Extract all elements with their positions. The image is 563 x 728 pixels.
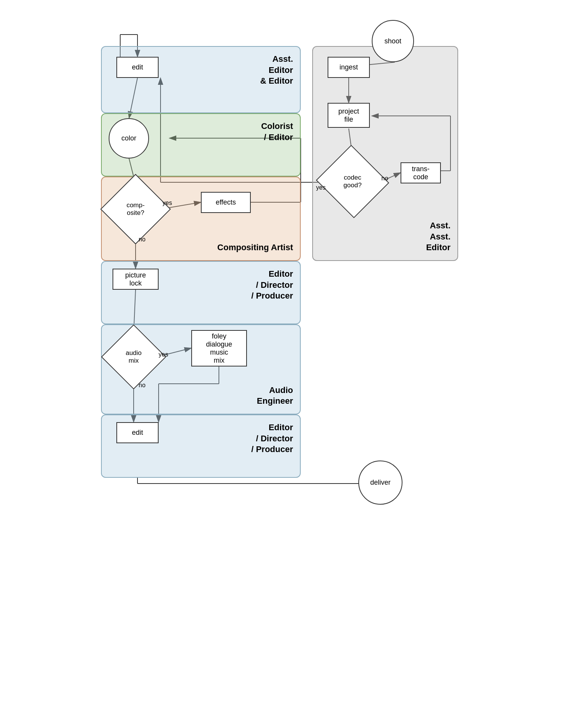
swimlane-asst-editor: Asst. Editor & Editor [101,46,301,113]
node-shoot-label: shoot [384,37,401,45]
node-project-file: project file [328,103,370,128]
label-composite-yes: yes [162,200,172,206]
swimlane-colorist-label: Colorist / Editor [261,121,293,143]
node-color: color [109,118,149,158]
label-audiomix-no: no [139,382,146,389]
node-edit2-label: edit [132,429,143,437]
node-transcode-label: trans- code [412,165,429,181]
node-deliver: deliver [358,461,402,505]
node-ingest: ingest [328,57,370,78]
swimlane-asst-editor-label: Asst. Editor & Editor [260,54,293,87]
node-audio-mix: audio mix [111,334,157,380]
node-ingest-label: ingest [339,63,358,71]
node-foley-label: foley dialogue music mix [206,332,232,365]
node-transcode: trans- code [401,162,441,183]
diagram: Asst. Editor & Editor Colorist / Editor … [97,15,466,706]
swimlane-audio-engineer-label: Audio Engineer [257,385,293,407]
label-audiomix-yes: yes [159,351,168,358]
swimlane-asst-asst-editor-label: Asst. Asst. Editor [426,220,450,253]
node-effects: effects [201,192,251,213]
label-composite-no: no [139,236,146,243]
node-project-file-label: project file [338,107,359,124]
node-deliver-label: deliver [370,479,391,487]
node-codec-label: codec good? [343,174,361,190]
node-composite: comp- osite? [111,184,161,234]
swimlane-editor-director-2-label: Editor / Director / Producer [251,422,293,455]
node-codec: codec good? [326,157,379,206]
node-shoot: shoot [372,20,414,62]
node-edit2: edit [116,422,159,443]
swimlane-asst-asst-editor: Asst. Asst. Editor [312,46,458,261]
node-edit1-label: edit [132,63,143,71]
node-picture-lock: picture lock [113,269,159,290]
label-codec-no: no [381,175,388,182]
swimlane-editor-director-1-label: Editor / Director / Producer [251,269,293,302]
node-foley: foley dialogue music mix [191,330,247,366]
swimlane-compositing-label: Compositing Artist [217,242,293,253]
node-audio-mix-label: audio mix [126,349,142,365]
node-effects-label: effects [216,198,236,206]
node-edit1: edit [116,57,159,78]
node-color-label: color [121,134,136,142]
label-codec-yes: yes [316,184,326,191]
node-composite-label: comp- osite? [126,201,144,217]
node-picture-lock-label: picture lock [125,271,146,287]
